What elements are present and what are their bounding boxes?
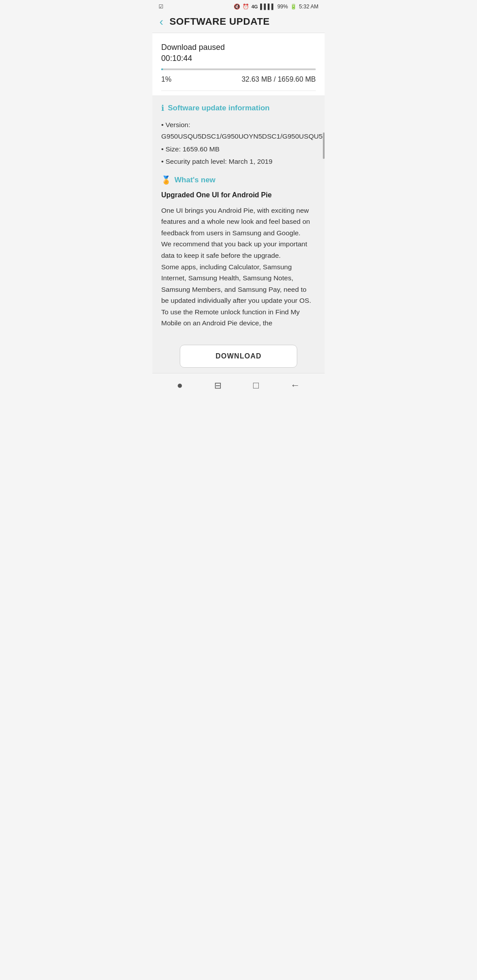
nav-home-button[interactable]: □ xyxy=(253,380,259,391)
download-size: 32.63 MB / 1659.60 MB xyxy=(242,75,316,83)
security-patch-info: • Security patch level: March 1, 2019 xyxy=(161,156,316,167)
time-display: 5:32 AM xyxy=(299,4,318,10)
nav-circle-button[interactable]: ● xyxy=(177,380,183,391)
whats-new-body: One UI brings you Android Pie, with exci… xyxy=(161,205,316,329)
software-info-title: Software update information xyxy=(168,104,269,113)
download-button-area: DOWNLOAD xyxy=(152,337,325,373)
page-title: SOFTWARE UPDATE xyxy=(170,16,270,27)
download-button[interactable]: DOWNLOAD xyxy=(180,345,297,368)
download-paused-label: Download paused xyxy=(161,43,316,52)
status-left-icons: ☑ xyxy=(159,4,163,10)
software-info-section: ℹ Software update information • Version:… xyxy=(152,95,325,337)
progress-bar-fill xyxy=(161,68,163,70)
whats-new-content: Upgraded One UI for Android Pie One UI b… xyxy=(161,189,316,329)
download-status-section: Download paused 00:10:44 1% 32.63 MB / 1… xyxy=(152,33,325,95)
software-info-list: • Version: G950USQU5DSC1/G950UOYN5DSC1/G… xyxy=(161,119,316,167)
notification-icon: ☑ xyxy=(159,4,163,10)
status-right-icons: 🔇 ⏰ 4G ▌▌▌▌ 99% 🔋 5:32 AM xyxy=(234,4,318,10)
network-type-icon: 4G xyxy=(251,4,258,9)
signal-icon: ▌▌▌▌ xyxy=(260,4,275,10)
award-icon: 🏅 xyxy=(161,175,171,185)
size-info: • Size: 1659.60 MB xyxy=(161,143,316,155)
mute-icon: 🔇 xyxy=(234,4,240,10)
version-info: • Version: G950USQU5DSC1/G950UOYN5DSC1/G… xyxy=(161,119,316,143)
progress-percent: 1% xyxy=(161,75,171,83)
whats-new-header: 🏅 What's new xyxy=(161,175,316,185)
nav-bar: ● ⊟ □ ← xyxy=(152,373,325,398)
info-icon: ℹ xyxy=(161,103,164,113)
software-info-header: ℹ Software update information xyxy=(161,103,316,113)
download-timer: 00:10:44 xyxy=(161,54,316,63)
toolbar: ‹ SOFTWARE UPDATE xyxy=(152,11,325,33)
progress-bar xyxy=(161,68,316,70)
scrollbar[interactable] xyxy=(323,132,325,159)
main-content: Download paused 00:10:44 1% 32.63 MB / 1… xyxy=(152,33,325,373)
back-button[interactable]: ‹ xyxy=(159,16,163,27)
nav-recent-button[interactable]: ⊟ xyxy=(214,380,222,391)
status-bar: ☑ 🔇 ⏰ 4G ▌▌▌▌ 99% 🔋 5:32 AM xyxy=(152,0,325,11)
progress-stats: 1% 32.63 MB / 1659.60 MB xyxy=(161,75,316,91)
battery-percent: 99% xyxy=(277,4,288,10)
whats-new-headline: Upgraded One UI for Android Pie xyxy=(161,189,316,201)
battery-icon: 🔋 xyxy=(290,4,297,10)
nav-back-button[interactable]: ← xyxy=(290,380,300,391)
whats-new-title: What's new xyxy=(174,176,216,185)
alarm-icon: ⏰ xyxy=(242,4,249,10)
